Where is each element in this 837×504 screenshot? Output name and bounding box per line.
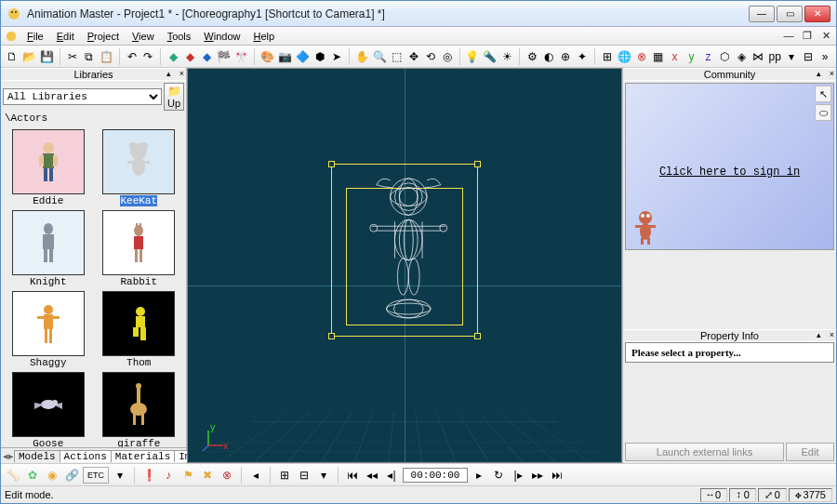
undo-button[interactable]: ↶ xyxy=(125,48,140,65)
tool-icon[interactable]: ✖ xyxy=(199,467,216,484)
camera-icon[interactable]: 📷 xyxy=(277,48,293,65)
rotate-icon[interactable]: ⟲ xyxy=(423,48,438,65)
pin-icon[interactable]: ▴ xyxy=(817,330,821,339)
menu-file[interactable]: File xyxy=(21,30,49,43)
primitive-icon[interactable]: ⬢ xyxy=(312,48,327,65)
panel-close-icon[interactable]: × xyxy=(830,330,834,339)
menu-tools[interactable]: Tools xyxy=(162,30,197,43)
tool-icon[interactable]: ⚑ xyxy=(179,467,196,484)
tool-icon[interactable]: ⊟ xyxy=(801,48,816,65)
panel-close-icon[interactable]: × xyxy=(830,69,834,78)
goto-end-button[interactable]: ⏭ xyxy=(549,467,565,484)
dropdown-icon[interactable]: ▾ xyxy=(112,467,128,484)
tool-icon[interactable]: ⋈ xyxy=(751,48,765,65)
tool-icon[interactable]: ⊞ xyxy=(276,467,293,484)
goto-start-button[interactable]: ⏮ xyxy=(344,467,361,484)
chevrons-icon[interactable]: » xyxy=(817,48,832,65)
library-item[interactable]: Shaggy xyxy=(7,291,90,368)
tool-icon[interactable]: ⊟ xyxy=(296,467,312,484)
key-red-icon[interactable]: ❗ xyxy=(140,467,157,484)
orbit-icon[interactable]: ◎ xyxy=(440,48,455,65)
hand-icon[interactable]: ✋ xyxy=(354,48,370,65)
globe-icon[interactable]: 🌐 xyxy=(617,48,632,65)
step-back-button[interactable]: ◂◂ xyxy=(364,467,380,484)
render-icon[interactable]: 🎨 xyxy=(259,48,275,65)
dropdown-icon[interactable]: ▾ xyxy=(784,48,799,65)
next-frame-button[interactable]: |▸ xyxy=(510,467,526,484)
bbox-handle[interactable] xyxy=(328,161,335,167)
shapes-icon[interactable]: 🔷 xyxy=(295,48,311,65)
library-item[interactable]: KeeKat xyxy=(98,129,181,206)
pin-icon[interactable]: ▴ xyxy=(817,69,821,78)
toolbar-icon[interactable]: ◆ xyxy=(182,48,197,65)
dropdown-icon[interactable]: ▾ xyxy=(315,467,332,484)
axis-x-icon[interactable]: x xyxy=(668,48,683,65)
library-item[interactable]: Eddie xyxy=(7,129,90,206)
link-icon[interactable]: 🔗 xyxy=(63,467,80,484)
wireframe-icon[interactable]: ⊗ xyxy=(634,48,649,65)
etc-button[interactable]: ETC xyxy=(83,467,109,484)
redo-button[interactable]: ↷ xyxy=(141,48,156,65)
select-icon[interactable]: ⬚ xyxy=(390,48,405,65)
sun-icon[interactable]: ☀ xyxy=(499,48,514,65)
flag-uk-icon[interactable]: 🎌 xyxy=(233,48,249,65)
bbox-handle[interactable] xyxy=(474,161,481,167)
save-button[interactable]: 💾 xyxy=(39,48,55,65)
tool-icon[interactable]: ✿ xyxy=(24,467,41,484)
gizmo-icon[interactable]: ✦ xyxy=(575,48,590,65)
bbox-handle[interactable] xyxy=(328,333,335,339)
prev-icon[interactable]: ◂ xyxy=(247,467,264,484)
paste-button[interactable]: 📋 xyxy=(99,48,114,65)
tool-icon[interactable]: ⚙ xyxy=(525,48,539,65)
close-button[interactable]: ✕ xyxy=(804,6,830,22)
tool-icon[interactable]: ◉ xyxy=(44,467,60,484)
loop-button[interactable]: ↻ xyxy=(490,467,507,484)
zoom-icon[interactable]: 🔍 xyxy=(372,48,388,65)
library-item[interactable]: Rabbit xyxy=(98,210,181,287)
tool-icon[interactable]: ⊕ xyxy=(558,48,573,65)
menu-window[interactable]: Window xyxy=(198,30,246,43)
library-selector[interactable]: All Libraries xyxy=(3,88,162,105)
menu-edit[interactable]: Edit xyxy=(51,30,80,43)
bone-icon[interactable]: 🦴 xyxy=(5,467,21,484)
tool-icon[interactable]: ◈ xyxy=(734,48,749,65)
menu-view[interactable]: View xyxy=(126,30,160,43)
library-item[interactable]: Thom xyxy=(98,291,181,368)
cut-button[interactable]: ✂ xyxy=(65,48,80,65)
menu-help[interactable]: Help xyxy=(247,30,280,43)
tool-icon[interactable]: ⬡ xyxy=(717,48,732,65)
light-icon[interactable]: 💡 xyxy=(464,48,480,65)
note-icon[interactable]: ♪ xyxy=(160,467,177,484)
axis-y-icon[interactable]: y xyxy=(684,48,699,65)
tab-actions[interactable]: Actions xyxy=(60,450,112,462)
toolbar-icon[interactable]: ◆ xyxy=(199,48,214,65)
pin-icon[interactable]: ▴ xyxy=(166,69,171,78)
tab-materials[interactable]: Materials xyxy=(111,450,175,462)
mdi-restore[interactable]: ❐ xyxy=(801,30,814,42)
tab-models[interactable]: Models xyxy=(14,450,60,462)
library-item[interactable]: giraffe xyxy=(98,372,181,447)
model-wireframe[interactable] xyxy=(361,171,457,337)
edit-button[interactable]: Edit xyxy=(786,443,834,461)
play-button[interactable]: ▸ xyxy=(471,467,487,484)
lasso-tool-icon[interactable]: ⬭ xyxy=(815,104,831,121)
snap-icon[interactable]: ⊞ xyxy=(600,48,615,65)
launch-links-button[interactable]: Launch external links xyxy=(625,443,784,461)
arrow-icon[interactable]: ➤ xyxy=(329,48,344,65)
minimize-button[interactable]: — xyxy=(749,6,775,22)
timecode-display[interactable]: 00:00:00 xyxy=(403,468,468,483)
delete-icon[interactable]: ⊗ xyxy=(219,467,235,484)
panel-close-icon[interactable]: × xyxy=(179,69,184,78)
open-button[interactable]: 📂 xyxy=(21,48,37,65)
axis-z-icon[interactable]: z xyxy=(701,48,716,65)
new-button[interactable]: 🗋 xyxy=(5,48,20,65)
view-icon[interactable]: ▦ xyxy=(651,48,666,65)
bbox-handle[interactable] xyxy=(474,333,481,339)
tool-icon[interactable]: ◐ xyxy=(541,48,556,65)
cursor-tool-icon[interactable]: ↖ xyxy=(815,86,831,102)
step-fwd-button[interactable]: ▸▸ xyxy=(529,467,546,484)
mdi-minimize[interactable]: — xyxy=(782,30,795,42)
move-icon[interactable]: ✥ xyxy=(406,48,421,65)
prev-frame-button[interactable]: ◂| xyxy=(383,467,400,484)
copy-button[interactable]: ⧉ xyxy=(82,48,97,65)
